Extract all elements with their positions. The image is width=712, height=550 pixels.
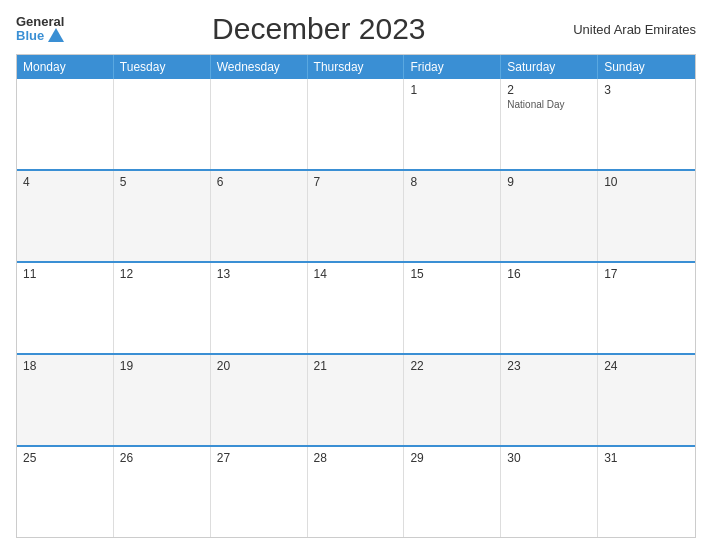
calendar-cell: 4 [17, 171, 114, 261]
cell-date-number: 29 [410, 451, 494, 465]
cell-date-number: 19 [120, 359, 204, 373]
calendar-cell: 18 [17, 355, 114, 445]
calendar-cell: 22 [404, 355, 501, 445]
calendar-cell: 16 [501, 263, 598, 353]
cell-date-number: 24 [604, 359, 689, 373]
cell-date-number: 13 [217, 267, 301, 281]
calendar-cell: 3 [598, 79, 695, 169]
cell-date-number: 12 [120, 267, 204, 281]
cell-holiday-label: National Day [507, 99, 591, 110]
calendar-cell: 12 [114, 263, 211, 353]
calendar-cell: 25 [17, 447, 114, 537]
calendar-row: 45678910 [17, 169, 695, 261]
cell-date-number: 25 [23, 451, 107, 465]
calendar-cell: 21 [308, 355, 405, 445]
cell-date-number: 6 [217, 175, 301, 189]
logo-triangle-icon [48, 28, 64, 42]
logo-blue: Blue [16, 29, 44, 42]
weekday-thursday: Thursday [308, 55, 405, 79]
calendar-cell: 9 [501, 171, 598, 261]
cell-date-number: 23 [507, 359, 591, 373]
calendar-row: 25262728293031 [17, 445, 695, 537]
cell-date-number: 14 [314, 267, 398, 281]
weekday-friday: Friday [404, 55, 501, 79]
calendar-cell: 5 [114, 171, 211, 261]
cell-date-number: 30 [507, 451, 591, 465]
calendar-cell: 29 [404, 447, 501, 537]
cell-date-number: 18 [23, 359, 107, 373]
calendar-cell: 24 [598, 355, 695, 445]
calendar-cell: 27 [211, 447, 308, 537]
calendar-row: 12National Day3 [17, 79, 695, 169]
month-title: December 2023 [64, 12, 573, 46]
calendar-cell: 1 [404, 79, 501, 169]
calendar-cell: 10 [598, 171, 695, 261]
calendar-cell: 14 [308, 263, 405, 353]
calendar-cell: 13 [211, 263, 308, 353]
calendar-cell: 6 [211, 171, 308, 261]
calendar-row: 18192021222324 [17, 353, 695, 445]
cell-date-number: 7 [314, 175, 398, 189]
calendar-cell: 26 [114, 447, 211, 537]
cell-date-number: 4 [23, 175, 107, 189]
cell-date-number: 22 [410, 359, 494, 373]
cell-date-number: 9 [507, 175, 591, 189]
calendar-cell: 31 [598, 447, 695, 537]
country-label: United Arab Emirates [573, 22, 696, 37]
cell-date-number: 20 [217, 359, 301, 373]
calendar-row: 11121314151617 [17, 261, 695, 353]
cell-date-number: 1 [410, 83, 494, 97]
cell-date-number: 10 [604, 175, 689, 189]
cell-date-number: 16 [507, 267, 591, 281]
logo-general: General [16, 15, 64, 28]
weekday-saturday: Saturday [501, 55, 598, 79]
calendar-weekday-header: Monday Tuesday Wednesday Thursday Friday… [17, 55, 695, 79]
calendar-cell: 19 [114, 355, 211, 445]
calendar-cell [114, 79, 211, 169]
calendar-cell: 20 [211, 355, 308, 445]
logo: General Blue [16, 15, 64, 44]
calendar-cell: 15 [404, 263, 501, 353]
calendar-cell: 28 [308, 447, 405, 537]
calendar-cell: 30 [501, 447, 598, 537]
calendar: Monday Tuesday Wednesday Thursday Friday… [16, 54, 696, 538]
page-header: General Blue December 2023 United Arab E… [16, 12, 696, 46]
cell-date-number: 26 [120, 451, 204, 465]
cell-date-number: 2 [507, 83, 591, 97]
cell-date-number: 28 [314, 451, 398, 465]
cell-date-number: 15 [410, 267, 494, 281]
calendar-cell [211, 79, 308, 169]
weekday-sunday: Sunday [598, 55, 695, 79]
calendar-cell [308, 79, 405, 169]
cell-date-number: 11 [23, 267, 107, 281]
cell-date-number: 8 [410, 175, 494, 189]
calendar-cell: 8 [404, 171, 501, 261]
weekday-tuesday: Tuesday [114, 55, 211, 79]
calendar-cell: 7 [308, 171, 405, 261]
calendar-cell: 11 [17, 263, 114, 353]
cell-date-number: 31 [604, 451, 689, 465]
calendar-cell: 23 [501, 355, 598, 445]
cell-date-number: 21 [314, 359, 398, 373]
weekday-monday: Monday [17, 55, 114, 79]
calendar-cell [17, 79, 114, 169]
cell-date-number: 5 [120, 175, 204, 189]
calendar-cell: 2National Day [501, 79, 598, 169]
weekday-wednesday: Wednesday [211, 55, 308, 79]
cell-date-number: 27 [217, 451, 301, 465]
cell-date-number: 3 [604, 83, 689, 97]
cell-date-number: 17 [604, 267, 689, 281]
calendar-body: 12National Day34567891011121314151617181… [17, 79, 695, 537]
calendar-page: General Blue December 2023 United Arab E… [0, 0, 712, 550]
calendar-cell: 17 [598, 263, 695, 353]
